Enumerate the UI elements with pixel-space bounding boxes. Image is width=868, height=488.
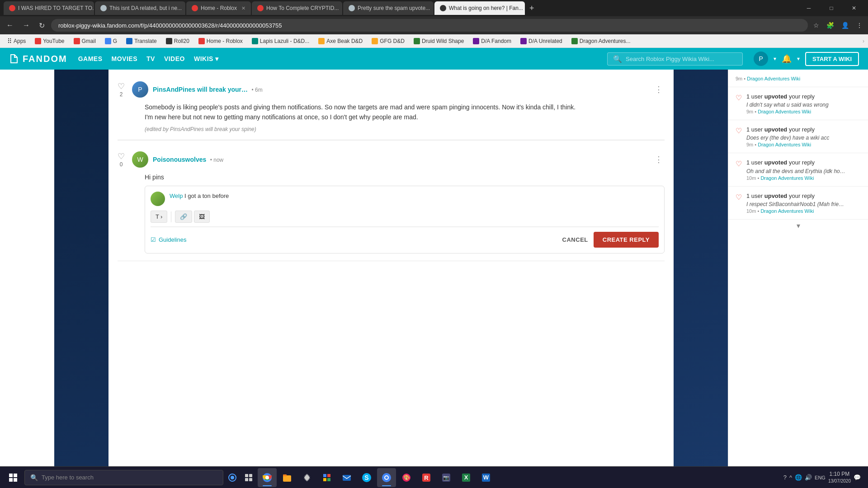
profile-icon[interactable]: 👤	[840, 20, 851, 31]
notif-time-2: 9m • Dragon Adventures Wiki	[746, 142, 829, 147]
tab-2[interactable]: This isnt DA related, but i ne... ✕	[95, 1, 185, 15]
close-button[interactable]: ✕	[844, 1, 864, 15]
taskbar-search-input[interactable]	[42, 474, 217, 481]
notification-item-3[interactable]: ♡ 1 user upvoted your reply Oh and all t…	[728, 153, 868, 186]
post-author-1[interactable]: PinsAndPines will break your…	[153, 86, 248, 93]
skype-icon: S	[362, 473, 372, 483]
post-author-2[interactable]: Poisonouswolves	[153, 156, 206, 163]
tray-clock[interactable]: 1:10 PM 13/07/2020	[828, 471, 851, 484]
refresh-button[interactable]: ↻	[36, 19, 47, 32]
bookmark-gmail[interactable]: Gmail	[70, 37, 99, 45]
start-wiki-button[interactable]: START A WIKI	[805, 52, 859, 66]
tray-language[interactable]: ENG	[815, 475, 826, 480]
taskbar-word[interactable]: W	[476, 468, 495, 487]
taskbar-teams[interactable]: 📷	[437, 468, 456, 487]
tab-1[interactable]: I WAS HIRED TO TARGET TO... ✕	[4, 1, 94, 15]
new-tab-button[interactable]: +	[526, 4, 538, 13]
svg-rect-18	[323, 478, 326, 481]
notification-item-2[interactable]: ♡ 1 user upvoted your reply Does ery (th…	[728, 120, 868, 153]
bookmark-da-fandom[interactable]: D/A Fandom	[469, 37, 515, 45]
bookmark-youtube[interactable]: YouTube	[31, 37, 68, 45]
bookmark-da-unrelated[interactable]: D/A Unrelated	[517, 37, 566, 45]
fandom-search-input[interactable]	[626, 56, 737, 62]
tray-question-icon[interactable]: ?	[783, 474, 787, 481]
image-button[interactable]: 🖼	[194, 211, 210, 223]
fandom-search-bar[interactable]: 🔍	[607, 52, 743, 66]
tab-3[interactable]: Home - Roblox ✕	[186, 1, 251, 15]
heart-icon-2[interactable]: ♡	[118, 151, 125, 161]
link-button[interactable]: 🔗	[175, 211, 192, 223]
taskbar-settings[interactable]	[297, 468, 316, 487]
heart-icon-1[interactable]: ♡	[118, 81, 125, 91]
taskbar-store[interactable]	[317, 468, 336, 487]
tray-chevron-icon[interactable]: ^	[789, 474, 792, 481]
bookmark-druid[interactable]: Druid Wild Shape	[410, 37, 467, 45]
nav-games[interactable]: GAMES	[78, 55, 103, 62]
notifications-bell-icon[interactable]: 🔔	[782, 54, 792, 64]
reply-mention-link[interactable]: Welp	[170, 192, 183, 199]
tray-network-icon[interactable]: 🌐	[795, 474, 802, 481]
tab-4[interactable]: How To Complete CRYPTID... ✕	[252, 1, 342, 15]
bookmarks-more-icon[interactable]: ›	[863, 38, 864, 44]
tab-6[interactable]: What is going on here? | Fan... ✕	[434, 1, 525, 15]
menu-icon[interactable]: ⋮	[854, 20, 864, 31]
fandom-logo[interactable]: FANDOM	[9, 54, 67, 64]
nav-movies[interactable]: MOVIES	[112, 55, 137, 62]
bookmark-apps[interactable]: ⠿ Apps	[4, 37, 29, 46]
post-edited-1: (edited by PinsAndPines will break your …	[145, 126, 665, 132]
tray-volume-icon[interactable]: 🔊	[805, 474, 812, 481]
notification-item-4[interactable]: ♡ 1 user upvoted your reply I respect Si…	[728, 187, 868, 220]
address-bar[interactable]	[51, 19, 808, 32]
minimize-button[interactable]: ─	[798, 1, 819, 15]
taskbar-paint[interactable]: 🎨	[397, 468, 416, 487]
bookmark-axe-beak[interactable]: Axe Beak D&D	[315, 37, 366, 45]
tray-notification-icon[interactable]: 💬	[854, 474, 861, 481]
bookmark-star-icon[interactable]: ☆	[811, 20, 821, 31]
avatar-dropdown-icon[interactable]: ▾	[774, 56, 776, 62]
post-menu-2[interactable]: ⋮	[653, 153, 665, 166]
taskbar-search-bar[interactable]: 🔍	[24, 470, 223, 485]
bookmark-roll20[interactable]: Roll20	[162, 37, 193, 45]
back-button[interactable]: ←	[4, 19, 16, 31]
task-view-button[interactable]	[241, 470, 256, 485]
bookmark-translate[interactable]: Translate	[123, 37, 160, 45]
reply-text-content[interactable]: Welp I got a ton before	[170, 192, 659, 201]
taskbar-chrome-2[interactable]	[377, 468, 396, 487]
bookmark-dragon[interactable]: Dragon Adventures...	[568, 37, 634, 45]
forward-button[interactable]: →	[20, 19, 33, 31]
guidelines-link[interactable]: ☑ Guidelines	[151, 236, 186, 243]
taskbar-excel[interactable]: X	[457, 468, 476, 487]
nav-tv[interactable]: TV	[146, 55, 155, 62]
sidebar-scroll-down[interactable]: ▾	[728, 220, 868, 232]
start-button[interactable]	[4, 468, 23, 487]
nav-video[interactable]: VIDEO	[164, 55, 185, 62]
tab-label-5: Pretty sure the spam upvote...	[358, 5, 430, 11]
notif-content-1: 1 user upvoted your reply I didn't say w…	[746, 93, 829, 114]
extensions-icon[interactable]: 🧩	[825, 20, 836, 31]
taskbar-skype[interactable]: S	[357, 468, 376, 487]
post-menu-1[interactable]: ⋮	[653, 83, 665, 96]
tab-close-3[interactable]: ✕	[241, 5, 245, 11]
taskbar-chrome[interactable]	[258, 468, 277, 487]
like-count-2: 0	[120, 161, 123, 168]
bookmark-gfg[interactable]: GFG D&D	[368, 37, 408, 45]
cortana-button[interactable]	[225, 470, 240, 485]
notification-item-1[interactable]: ♡ 1 user upvoted your reply I didn't say…	[728, 87, 868, 120]
svg-rect-3	[14, 478, 17, 482]
svg-rect-7	[249, 474, 252, 477]
text-format-button[interactable]: T ›	[151, 211, 167, 223]
taskbar-roblox[interactable]: R	[417, 468, 436, 487]
bookmark-home-roblox[interactable]: Home - Roblox	[195, 37, 246, 45]
cancel-button[interactable]: CANCEL	[562, 236, 588, 243]
bookmark-lapis[interactable]: Lapis Lazuli - D&D...	[248, 37, 313, 45]
create-reply-button[interactable]: CREATE REPLY	[594, 232, 659, 248]
taskbar-file-explorer[interactable]	[278, 468, 297, 487]
tab-5[interactable]: Pretty sure the spam upvote... ✕	[343, 1, 434, 15]
maximize-button[interactable]: □	[821, 1, 842, 15]
taskbar-mail[interactable]	[337, 468, 356, 487]
user-avatar[interactable]: P	[754, 52, 768, 66]
bookmark-google[interactable]: G	[101, 37, 121, 45]
nav-wikis[interactable]: WIKIS ▾	[194, 55, 218, 62]
bookmark-da-unrelated-label: D/A Unrelated	[528, 38, 562, 44]
notif-chevron-icon[interactable]: ▾	[797, 56, 800, 62]
